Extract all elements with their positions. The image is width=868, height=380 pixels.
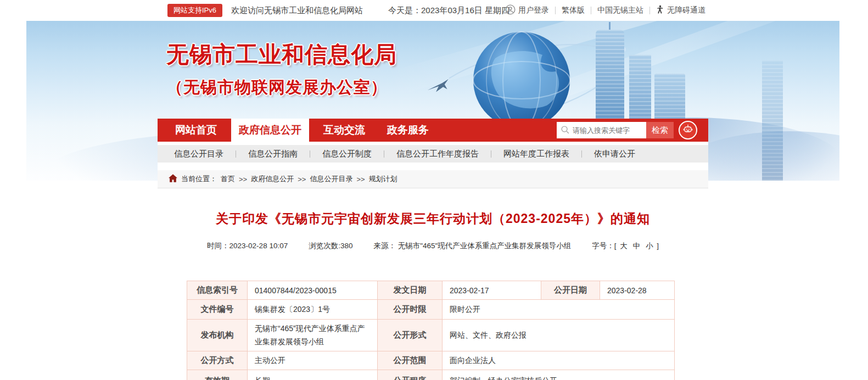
info-label-cell: 公开范围 [378,351,443,370]
topbar-right-group: 用户登录 繁体版 中国无锡主站 无障碍通道 [505,0,705,21]
article-views: 浏览次数:380 [309,241,352,251]
tab-government-info-disclosure[interactable]: 政府信息公开 [231,119,309,145]
breadcrumb-prefix: 当前位置： [181,174,217,184]
accessibility-icon [656,5,664,16]
info-value-cell: 2023-02-28 [600,281,675,300]
main-content-column: 网站首页 政府信息公开 互动交流 政务服务 检索 信息公开目录 信息公开指南 信… [158,119,708,380]
ipv6-badge[interactable]: 网站支持IPv6 [167,4,222,17]
sub-navbar: 信息公开目录 信息公开指南 信息公开制度 信息公开工作年度报告 网站年度工作报表… [158,145,708,163]
divider [649,7,650,14]
info-value-cell: 无锡市“465”现代产业体系重点产业集群发展领导小组 [248,320,378,351]
article-source: 来源： 无锡市"465"现代产业体系重点产业集群发展领导小组 [373,241,571,251]
breadcrumb-home[interactable]: 首页 [221,174,235,184]
bureau-subname: （无锡市物联网发展办公室） [166,76,397,99]
traditional-version-link[interactable]: 繁体版 [562,5,585,15]
tab-government-services[interactable]: 政务服务 [379,119,436,142]
user-icon [505,4,516,16]
search-input[interactable] [557,122,646,138]
smart-qa-robot-button[interactable] [679,121,697,139]
search-box: 检索 [557,122,674,138]
info-value-cell: 面向企业法人 [443,351,675,370]
info-value-cell: 2023-02-17 [443,281,541,300]
breadcrumb-separator: >> [298,175,306,183]
subnav-website-annual-report[interactable]: 网站年度工作报表 [491,149,581,159]
robot-icon [682,124,693,137]
breadcrumb-current: 规划计划 [369,174,397,184]
info-label-cell: 公开形式 [378,320,443,351]
font-size-large-button[interactable]: 大 [618,242,629,250]
info-label-cell: 公开程序 [378,370,443,380]
airplane-icon [426,78,451,94]
info-value-cell: 014007844/2023-00015 [248,281,378,300]
info-value-cell: 网站、文件、政府公报 [443,320,675,351]
info-value-cell: 长期 [248,370,378,380]
top-utility-bar: 网站支持IPv6 欢迎访问无锡市工业和信息化局网站 今天是：2023年03月16… [0,0,868,21]
info-label-cell: 文件编号 [187,300,248,320]
table-row: 发布机构 无锡市“465”现代产业体系重点产业集群发展领导小组 公开形式 网站、… [187,320,675,351]
skyscraper-graphic [762,60,783,181]
font-size-medium-button[interactable]: 中 [631,242,642,250]
welcome-text: 欢迎访问无锡市工业和信息化局网站 [231,5,363,16]
topbar-left-group: 网站支持IPv6 欢迎访问无锡市工业和信息化局网站 今天是：2023年03月16… [167,0,509,21]
bureau-name: 无锡市工业和信息化局 [166,40,397,70]
home-icon [169,174,177,184]
font-size-prefix: 字号：[ [592,242,616,250]
breadcrumb: 当前位置： 首页 >> 政府信息公开 >> 信息公开目录 >> 规划计划 [158,170,708,188]
date-text: 今天是：2023年03月16日 星期四 [388,5,509,16]
info-label-cell: 发文日期 [378,281,443,300]
subnav-info-catalog[interactable]: 信息公开目录 [162,149,236,159]
info-label-cell: 发布机构 [187,320,248,351]
info-value-cell: 主动公开 [248,351,378,370]
search-icon [561,125,570,137]
divider [555,7,556,14]
info-value-cell: 锡集群发〔2023〕1号 [248,300,378,320]
info-label-cell: 信息索引号 [187,281,248,300]
font-size-suffix: ] [657,242,659,250]
divider [591,7,591,14]
table-row: 有效期 长期 公开程序 部门编制，经办公室审核后公开 [187,370,675,380]
tab-home[interactable]: 网站首页 [167,119,225,142]
article-title: 关于印发《无锡市元宇宙创新发展三年行动计划（2023-2025年）》的通知 [158,210,708,227]
breadcrumb-separator: >> [239,175,247,183]
subnav-disclosure-by-request[interactable]: 依申请公开 [582,149,647,159]
site-banner-title: 无锡市工业和信息化局 （无锡市物联网发展办公室） [166,40,397,99]
table-row: 公开方式 主动公开 公开范围 面向企业法人 [187,351,675,370]
info-label-cell: 公开日期 [541,281,600,300]
breadcrumb-info-catalog[interactable]: 信息公开目录 [310,174,352,184]
article-time: 时间：2023-02-28 10:07 [207,241,288,251]
table-row: 文件编号 锡集群发〔2023〕1号 公开时限 限时公开 [187,300,675,320]
font-size-control: 字号：[ 大 中 小 ] [592,241,659,251]
document-info-table: 信息索引号 014007844/2023-00015 发文日期 2023-02-… [187,281,675,380]
user-login-link[interactable]: 用户登录 [505,4,549,16]
subnav-annual-report[interactable]: 信息公开工作年度报告 [384,149,491,159]
info-label-cell: 公开方式 [187,351,248,370]
china-wuxi-main-site-link[interactable]: 中国无锡主站 [597,5,643,15]
subnav-info-system[interactable]: 信息公开制度 [310,149,384,159]
search-button[interactable]: 检索 [646,122,674,138]
info-value-cell: 限时公开 [443,300,675,320]
tab-interaction[interactable]: 互动交流 [316,119,373,142]
main-navbar: 网站首页 政府信息公开 互动交流 政务服务 检索 [158,119,708,142]
info-label-cell: 有效期 [187,370,248,380]
subnav-info-guide[interactable]: 信息公开指南 [236,149,310,159]
accessibility-channel-link[interactable]: 无障碍通道 [656,5,705,16]
font-size-small-button[interactable]: 小 [644,242,655,250]
table-row: 信息索引号 014007844/2023-00015 发文日期 2023-02-… [187,281,675,300]
breadcrumb-gov-info[interactable]: 政府信息公开 [251,174,294,184]
breadcrumb-separator: >> [356,175,365,183]
search-area: 检索 [557,119,708,142]
article-meta: 时间：2023-02-28 10:07 浏览次数:380 来源： 无锡市"465… [158,241,708,251]
info-label-cell: 公开时限 [378,300,443,320]
info-value-cell: 部门编制，经办公室审核后公开 [443,370,675,380]
